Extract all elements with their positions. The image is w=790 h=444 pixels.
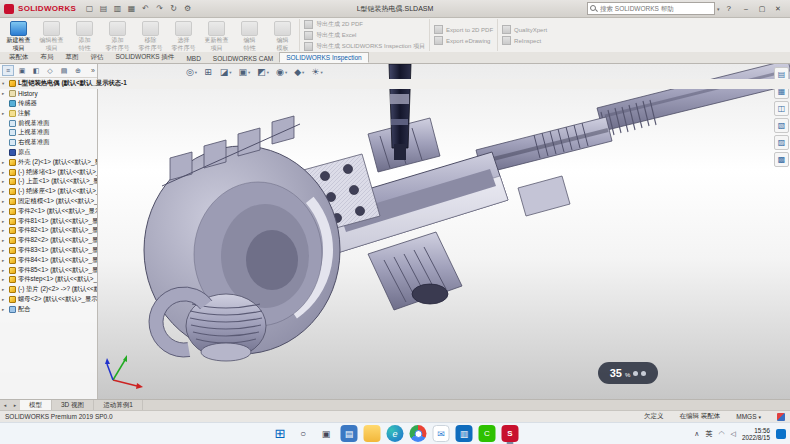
side-tool-button[interactable]: ▨ <box>774 135 789 150</box>
tray-chevron-icon[interactable]: ∧ <box>694 430 699 438</box>
taskbar-app-icon[interactable]: ○ <box>295 425 312 442</box>
view-tool-button[interactable]: ☀ ▾ <box>311 67 322 77</box>
view-tool-button[interactable]: ◩ ▾ <box>257 67 269 77</box>
tree-expand-chevron[interactable]: ▸ <box>2 297 7 302</box>
tree-expand-chevron[interactable]: ▸ <box>2 91 7 96</box>
tree-expand-chevron[interactable]: ▸ <box>2 179 7 184</box>
taskbar-app-icon[interactable]: ⊞ <box>272 425 289 442</box>
3d-viewport[interactable] <box>0 64 790 399</box>
document-tab[interactable]: 3D 视图 <box>52 400 94 410</box>
ribbon-menu-item[interactable]: 导出生成 SOLIDWORKS Inspection 项目 <box>304 42 425 51</box>
document-tab[interactable]: 模型 <box>20 400 52 410</box>
clock[interactable]: 15:56 2022/8/15 <box>742 427 770 442</box>
tree-item[interactable]: ▸ 螺母<2> (默认<<默认>_显示状 <box>0 295 97 305</box>
panel-tab[interactable]: ◧ <box>30 65 42 76</box>
side-tool-button[interactable]: ▩ <box>774 152 789 167</box>
tree-item[interactable]: 上视基准面 <box>0 128 97 138</box>
ribbon-button[interactable]: 选择 零件序号 <box>167 19 200 51</box>
tree-item[interactable]: ▾ L型铠装热电偶 (默认<默认_显示状态-1 <box>0 79 790 89</box>
document-tab[interactable]: 运动算例1 <box>94 400 143 410</box>
panel-tab[interactable]: ▤ <box>58 65 70 76</box>
view-tool-button[interactable]: ◎ ▾ <box>186 67 197 77</box>
tree-expand-chevron[interactable]: ▸ <box>2 248 7 253</box>
tree-item[interactable]: ▸ (-) 绝缘座<1> (默认<<默认>_显 <box>0 187 97 197</box>
taskbar-app-icon[interactable] <box>410 425 427 442</box>
search-input[interactable] <box>587 2 715 15</box>
search-caret-icon[interactable]: ▾ <box>717 6 720 12</box>
tree-item[interactable]: ▸ History <box>0 89 97 99</box>
tree-expand-chevron[interactable]: ▸ <box>2 111 7 116</box>
tab-nav-left-icon[interactable]: ◂ <box>0 400 10 410</box>
tree-item[interactable]: ▸ 零件81<1> (默认<<默认>_显示 <box>0 216 97 226</box>
unit-system-selector[interactable]: MMGS ▾ <box>736 413 761 420</box>
tree-item[interactable]: 原点 <box>0 148 97 158</box>
panel-tab[interactable]: ≡ <box>2 65 14 76</box>
taskbar-app-icon[interactable]: C <box>479 425 496 442</box>
ribbon-menu-item[interactable]: Export to 2D PDF <box>434 25 493 34</box>
ribbon-menu-item[interactable]: ReInspect <box>502 36 547 45</box>
tree-expand-chevron[interactable]: ▸ <box>2 199 7 204</box>
tree-item[interactable]: ▸ 配合 <box>0 304 97 314</box>
side-tool-button[interactable]: ▧ <box>774 118 789 133</box>
tree-item[interactable]: ▸ 零件82<2> (默认<<默认>_显 <box>0 236 97 246</box>
ribbon-button[interactable]: 更新检查 项目 <box>200 19 233 51</box>
taskbar-app-icon[interactable]: ▤ <box>341 425 358 442</box>
ribbon-button[interactable]: 移除 零件序号 <box>134 19 167 51</box>
tree-expand-chevron[interactable]: ▸ <box>2 219 7 224</box>
view-tool-button[interactable]: ◪ ▾ <box>220 67 232 77</box>
panel-flyout-icon[interactable]: » <box>91 67 95 74</box>
ribbon-menu-item[interactable]: QualityXpert <box>502 25 547 34</box>
taskbar-app-icon[interactable]: S <box>502 425 519 442</box>
ribbon-tab[interactable]: SOLIDWORKS Inspection <box>279 52 369 63</box>
tree-item[interactable]: ▸ 零件82<1> (默认<<默认>_显 <box>0 226 97 236</box>
quick-tool-icon[interactable]: ↶ <box>140 4 151 13</box>
tree-item[interactable]: ▸ 零件2<1> (默认<<默认>_显示状态 <box>0 206 97 216</box>
tree-item[interactable]: ▸ 零件83<1> (默认<<默认>_显 <box>0 246 97 256</box>
taskbar-app-icon[interactable] <box>364 425 381 442</box>
quick-tool-icon[interactable]: ▥ <box>112 4 123 13</box>
tree-expand-chevron[interactable]: ▸ <box>2 258 7 263</box>
ribbon-button[interactable]: 添加 零件序号 <box>101 19 134 51</box>
tree-item[interactable]: ▸ 外壳 (2)<1> (默认<<默认>_显示状 <box>0 157 97 167</box>
ribbon-button[interactable]: 编辑检查 项目 <box>35 19 68 51</box>
quick-tool-icon[interactable]: ↻ <box>168 4 179 13</box>
tree-item[interactable]: ▸ (-) 上盖<1> (默认<<默认>_显示状 <box>0 177 97 187</box>
ribbon-tab[interactable]: SOLIDWORKS 插件 <box>110 52 181 63</box>
ribbon-tab[interactable]: 装配体 <box>3 52 35 63</box>
tree-expand-chevron[interactable]: ▸ <box>2 307 7 312</box>
ribbon-tab[interactable]: 草图 <box>60 52 85 63</box>
tab-nav-right-icon[interactable]: ▸ <box>10 400 20 410</box>
tree-item[interactable]: ▸ (-) 垫片 (2)<2> ->? (默认<<默认> <box>0 285 97 295</box>
panel-tab[interactable]: ⊕ <box>72 65 84 76</box>
ribbon-menu-item[interactable]: 导出生成 2D PDF <box>304 20 425 29</box>
panel-tab[interactable]: ◇ <box>44 65 56 76</box>
taskbar-app-icon[interactable]: e <box>387 425 404 442</box>
ribbon-button[interactable]: 添加 特性 <box>68 19 101 51</box>
input-language-indicator[interactable]: 英 <box>705 429 712 439</box>
tree-expand-chevron[interactable]: ▸ <box>2 268 7 273</box>
ribbon-tab[interactable]: SOLIDWORKS CAM <box>207 54 279 63</box>
quick-tool-icon[interactable]: ▦ <box>126 4 137 13</box>
tree-expand-chevron[interactable]: ▸ <box>2 209 7 214</box>
side-tool-button[interactable]: ◫ <box>774 101 789 116</box>
tree-item[interactable]: 传感器 <box>0 99 97 109</box>
taskbar-app-icon[interactable]: ▣ <box>318 425 335 442</box>
network-icon[interactable]: ◠ <box>718 430 724 438</box>
tree-expand-chevron[interactable]: ▸ <box>2 170 7 175</box>
view-tool-button[interactable]: ⊞ <box>204 67 213 77</box>
tree-item[interactable]: ▸ 固定植模<1> (默认<<默认>_显示状 <box>0 197 97 207</box>
tree-expand-chevron[interactable]: ▸ <box>2 228 7 233</box>
help-button[interactable]: ? <box>724 4 734 13</box>
tree-item[interactable]: 右视基准面 <box>0 138 97 148</box>
ribbon-tab[interactable]: 评估 <box>85 52 110 63</box>
ribbon-button[interactable]: 编辑 特性 <box>233 19 266 51</box>
tree-item[interactable]: ▸ 注解 <box>0 108 97 118</box>
ribbon-button[interactable]: 编辑 模板 <box>266 19 299 51</box>
quick-tool-icon[interactable]: ▤ <box>98 4 109 13</box>
tree-item[interactable]: 前视基准面 <box>0 118 97 128</box>
ribbon-tab[interactable]: 布局 <box>35 52 60 63</box>
view-tool-button[interactable]: ▣ ▾ <box>238 67 250 77</box>
tree-item[interactable]: ▸ (-) 绝缘堵<1> (默认<<默认>_显示 <box>0 167 97 177</box>
tree-expand-chevron[interactable]: ▸ <box>2 160 7 165</box>
taskbar-app-icon[interactable]: ▥ <box>456 425 473 442</box>
